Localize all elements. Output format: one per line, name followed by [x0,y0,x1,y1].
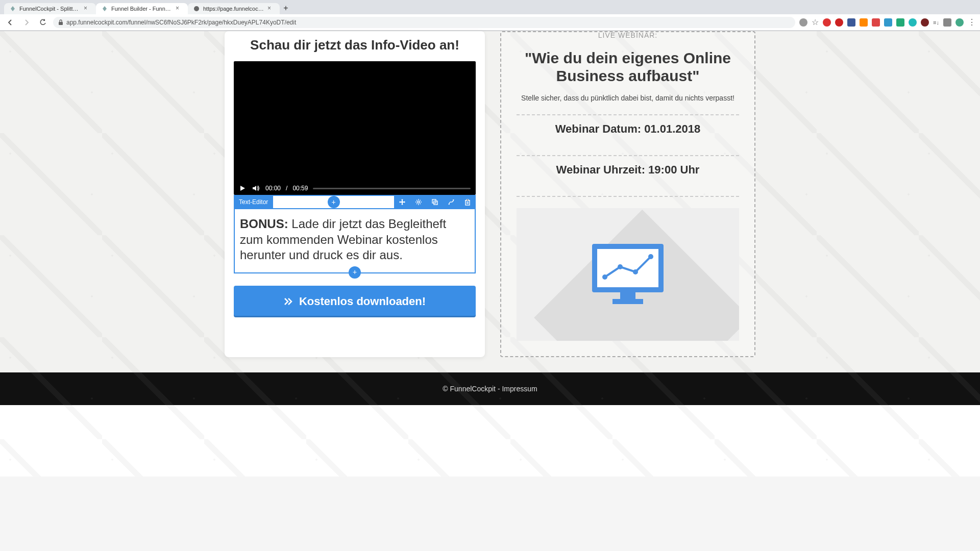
move-icon[interactable] [394,195,410,209]
volume-icon[interactable] [252,185,260,192]
webinar-eyebrow: LIVE WEBINAR: [517,31,739,39]
svg-point-12 [633,269,638,274]
lock-icon [58,19,63,26]
close-icon[interactable]: × [267,5,275,12]
ext-icon[interactable]: ≡↓ [933,19,939,26]
forward-button[interactable] [20,16,33,29]
add-element-bottom-button[interactable]: + [349,266,361,279]
svg-point-13 [648,254,653,259]
trash-icon[interactable] [459,195,476,209]
ext-icon[interactable] [884,18,892,27]
copy-icon[interactable] [427,195,443,209]
toolbar-buttons [394,195,476,209]
video-progress[interactable] [313,188,471,189]
video-time-sep: / [286,185,287,192]
video-controls: 00:00 / 00:59 [234,182,476,195]
ext-icon[interactable] [835,18,843,27]
close-icon[interactable]: × [84,5,91,12]
toolbar-spacer: + [273,195,394,209]
back-button[interactable] [4,16,16,29]
bonus-label: BONUS: [240,217,288,231]
favicon-icon [193,5,200,12]
svg-point-11 [618,264,623,269]
video-time-current: 00:00 [265,185,281,192]
ext-icon[interactable] [823,18,831,27]
favicon-icon [101,5,108,12]
video-player[interactable]: 00:00 / 00:59 [234,61,476,195]
nav-bar: app.funnelcockpit.com/funnel/nwSC6fNoSJ6… [0,14,980,31]
video-time-total: 00:59 [292,185,308,192]
ext-icon[interactable] [872,18,880,27]
ext-icon[interactable] [943,18,951,27]
svg-rect-7 [465,201,470,205]
svg-point-0 [194,6,199,11]
browser-tab[interactable]: https://page.funnelcockpit.co × [188,3,280,14]
ext-icon[interactable] [896,18,904,27]
svg-point-5 [449,204,450,205]
tab-title: https://page.funnelcockpit.co [203,6,264,12]
cta-label: Kostenlos downloaden! [299,295,426,308]
ext-icon[interactable] [909,18,917,27]
new-tab-button[interactable]: + [280,2,292,14]
svg-point-6 [453,199,454,201]
tab-title: Funnel Builder - FunnelCockpit [111,6,173,12]
browser-chrome: FunnelCockpit - Splittests, Ma × Funnel … [0,0,980,31]
svg-rect-1 [59,22,63,25]
url-bar[interactable]: app.funnelcockpit.com/funnel/nwSC6fNoSJ6… [53,17,795,28]
webinar-subtitle: Stelle sicher, dass du pünktlich dabei b… [517,94,739,102]
monitor-chart-icon [587,239,669,310]
extension-icons: ☆ ≡↓ ⋮ [799,17,976,27]
reload-button[interactable] [37,16,49,29]
divider [517,196,739,197]
right-column-card: LIVE WEBINAR: "Wie du dein eigenes Onlin… [500,31,755,357]
favicon-icon [9,5,16,12]
menu-icon[interactable]: ⋮ [968,17,976,27]
close-icon[interactable]: × [176,5,183,12]
left-column-card: Schau dir jetzt das Info-Video an! 00:00… [225,31,485,357]
element-toolbar: Text-Editor + [234,195,476,209]
star-icon[interactable]: ☆ [812,17,819,27]
avatar-icon[interactable] [955,18,964,27]
tab-title: FunnelCockpit - Splittests, Ma [19,6,81,12]
webinar-title: "Wie du dein eigenes Online Business auf… [517,49,739,85]
ext-icon[interactable] [921,18,929,27]
browser-tab[interactable]: Funnel Builder - FunnelCockpit × [96,3,188,14]
webinar-illustration [517,208,739,341]
ext-icon[interactable] [847,18,855,27]
add-element-top-button[interactable]: + [328,196,340,208]
gear-icon[interactable] [410,195,427,209]
webinar-time: Webinar Uhrzeit: 19:00 Uhr [517,156,739,184]
info-video-heading: Schau dir jetzt das Info-Video an! [234,37,476,53]
ext-icon[interactable] [799,18,807,27]
style-icon[interactable] [443,195,459,209]
browser-tab[interactable]: FunnelCockpit - Splittests, Ma × [4,3,96,14]
svg-point-10 [602,274,607,280]
tab-bar: FunnelCockpit - Splittests, Ma × Funnel … [0,0,980,14]
play-icon[interactable] [239,185,247,192]
double-chevron-icon [284,297,294,306]
download-cta-button[interactable]: Kostenlos downloaden! [234,286,476,317]
toolbar-label: Text-Editor [234,196,273,208]
svg-point-2 [418,201,420,203]
ext-icon[interactable] [860,18,868,27]
bonus-text-block[interactable]: BONUS: Lade dir jetzt das Begleitheft zu… [234,209,476,273]
webinar-date: Webinar Datum: 01.01.2018 [517,115,739,143]
url-text: app.funnelcockpit.com/funnel/nwSC6fNoSJ6… [66,19,790,26]
page-canvas: Schau dir jetzt das Info-Video an! 00:00… [0,31,980,477]
